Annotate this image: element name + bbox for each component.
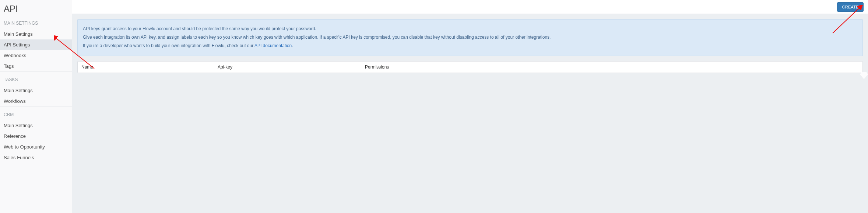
sidebar-item-webhooks[interactable]: Webhooks	[0, 50, 72, 61]
gem-icon[interactable]	[859, 71, 868, 80]
create-button[interactable]: CREATE	[837, 2, 864, 12]
sidebar-section-tasks: TASKS	[0, 71, 72, 85]
topbar: CREATE	[72, 0, 868, 14]
main-panel: CREATE API keys grant access to your Flo…	[72, 0, 868, 213]
banner-line-3-suffix: .	[292, 43, 293, 48]
sidebar-item-crm-main-settings[interactable]: Main Settings	[0, 120, 72, 131]
sidebar-item-api-settings[interactable]: API Settings	[0, 39, 72, 50]
sidebar-item-sales-funnels[interactable]: Sales Funnels	[0, 152, 72, 163]
sidebar-item-tags[interactable]: Tags	[0, 61, 72, 71]
banner-line-3-prefix: If you're a developer who wants to build…	[83, 43, 254, 48]
sidebar-item-web-to-opportunity[interactable]: Web to Opportunity	[0, 142, 72, 152]
sidebar-item-reference[interactable]: Reference	[0, 131, 72, 142]
banner-line-3: If you're a developer who wants to build…	[83, 42, 857, 49]
sidebar-item-main-settings[interactable]: Main Settings	[0, 29, 72, 39]
sidebar-item-tasks-main-settings[interactable]: Main Settings	[0, 85, 72, 96]
column-header-name: Name	[78, 62, 214, 73]
api-documentation-link[interactable]: API documentation	[254, 43, 292, 48]
table-header: Name Api-key Permissions	[77, 61, 863, 73]
column-header-permissions: Permissions	[361, 62, 862, 73]
banner-line-1: API keys grant access to your Flowlu acc…	[83, 25, 857, 32]
settings-sidebar: API MAIN SETTINGS Main Settings API Sett…	[0, 0, 72, 213]
sidebar-section-main-settings: MAIN SETTINGS	[0, 18, 72, 29]
sidebar-section-crm: CRM	[0, 106, 72, 120]
info-banner: API keys grant access to your Flowlu acc…	[77, 19, 863, 56]
column-header-api-key: Api-key	[214, 62, 361, 73]
page-title: API	[0, 0, 72, 18]
api-keys-table: Name Api-key Permissions	[77, 61, 863, 73]
banner-line-2: Give each integration its own API key, a…	[83, 34, 857, 41]
sidebar-item-workflows[interactable]: Workflows	[0, 96, 72, 106]
